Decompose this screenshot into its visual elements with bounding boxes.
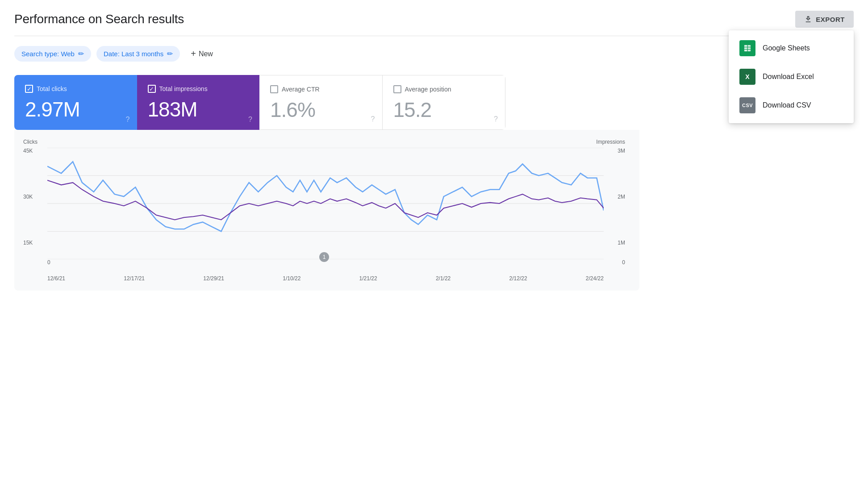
x-label-6: 2/1/22 — [436, 275, 451, 282]
y-label-right-3m: 3M — [618, 148, 625, 154]
y-label-left-30k: 30K — [23, 194, 33, 200]
zero-label-left: 0 — [47, 259, 50, 266]
y-label-left-45k: 45K — [23, 148, 33, 154]
y-label-right-1m: 1M — [618, 240, 625, 246]
date-label: Date: Last 3 months — [104, 50, 163, 58]
search-type-filter[interactable]: Search type: Web ✏ — [14, 46, 91, 62]
y-label-right-2m: 2M — [618, 194, 625, 200]
main-container: Performance on Search results EXPORT Sea… — [0, 0, 868, 490]
help-icon-position[interactable]: ? — [494, 115, 498, 123]
export-button[interactable]: EXPORT — [795, 11, 854, 28]
dropdown-item-download-excel[interactable]: X Download Excel — [729, 62, 854, 91]
x-label-7: 2/12/22 — [509, 275, 527, 282]
clicks-line — [47, 162, 604, 231]
page-title: Performance on Search results — [14, 12, 184, 26]
x-label-8: 2/24/22 — [586, 275, 604, 282]
x-labels: 12/6/21 12/17/21 12/29/21 1/10/22 1/21/2… — [47, 275, 604, 282]
metric-name-impressions: Total impressions — [159, 85, 208, 92]
help-icon-impressions[interactable]: ? — [248, 116, 252, 124]
checkmark-clicks: ✓ — [27, 86, 32, 92]
google-sheets-label: Google Sheets — [763, 44, 810, 52]
metric-name-clicks: Total clicks — [37, 85, 67, 92]
metric-value-ctr: 1.6% — [270, 99, 371, 121]
metric-name-position: Average position — [405, 86, 451, 93]
right-axis-title: Impressions — [596, 139, 625, 145]
metric-average-position[interactable]: Average position 15.2 ? — [383, 75, 506, 130]
new-label: New — [199, 50, 213, 58]
metric-checkbox-position[interactable] — [393, 85, 401, 93]
metric-label-row-ctr: Average CTR — [270, 85, 371, 93]
metric-total-clicks[interactable]: ✓ Total clicks 2.97M ? — [14, 75, 137, 130]
dropdown-item-download-csv[interactable]: CSV Download CSV — [729, 91, 854, 120]
chart-container: Clicks 45K 30K 15K Impressions 3M 2M 1M — [14, 130, 639, 291]
metric-label-row-clicks: ✓ Total clicks — [25, 85, 126, 93]
metric-average-ctr[interactable]: Average CTR 1.6% ? — [259, 75, 383, 130]
left-axis-title: Clicks — [23, 139, 38, 145]
new-button[interactable]: + New — [185, 45, 218, 62]
metric-checkbox-ctr[interactable] — [270, 85, 278, 93]
download-icon — [804, 15, 812, 23]
metric-value-clicks: 2.97M — [25, 98, 126, 121]
date-filter[interactable]: Date: Last 3 months ✏ — [96, 46, 180, 62]
plus-icon: + — [191, 49, 196, 59]
help-icon-ctr[interactable]: ? — [371, 115, 375, 123]
x-label-3: 12/29/21 — [203, 275, 224, 282]
left-axis: Clicks 45K 30K 15K — [23, 139, 46, 246]
help-icon-clicks[interactable]: ? — [126, 116, 130, 124]
chart-svg-container — [47, 148, 604, 259]
edit-icon: ✏ — [78, 50, 84, 58]
metric-label-row-impressions: ✓ Total impressions — [148, 85, 249, 93]
search-type-label: Search type: Web — [21, 50, 75, 58]
x-label-1: 12/6/21 — [47, 275, 65, 282]
y-label-left-15k: 15K — [23, 240, 33, 246]
x-label-5: 1/21/22 — [359, 275, 377, 282]
sheets-svg — [743, 44, 752, 53]
download-excel-label: Download Excel — [763, 73, 814, 81]
chart-wrapper: Clicks 45K 30K 15K Impressions 3M 2M 1M — [23, 139, 625, 282]
chart-svg — [47, 148, 604, 259]
csv-icon: CSV — [739, 97, 755, 113]
right-axis: Impressions 3M 2M 1M — [605, 139, 625, 246]
download-csv-label: Download CSV — [763, 101, 811, 109]
chart-badge: 1 — [319, 252, 329, 262]
metric-checkbox-impressions[interactable]: ✓ — [148, 85, 156, 93]
metric-name-ctr: Average CTR — [282, 86, 320, 93]
google-sheets-icon — [739, 40, 755, 56]
filter-row: Search type: Web ✏ Date: Last 3 months ✏… — [14, 45, 854, 62]
header-divider — [14, 36, 854, 36]
zero-label-right: 0 — [622, 259, 625, 266]
metric-checkbox-clicks[interactable]: ✓ — [25, 85, 33, 93]
dropdown-item-google-sheets[interactable]: Google Sheets — [729, 34, 854, 62]
metric-total-impressions[interactable]: ✓ Total impressions 183M ? — [137, 75, 260, 130]
excel-icon: X — [739, 69, 755, 85]
header-row: Performance on Search results EXPORT — [14, 11, 854, 28]
metric-value-position: 15.2 — [393, 99, 495, 121]
metric-label-row-position: Average position — [393, 85, 495, 93]
edit-icon-date: ✏ — [167, 50, 173, 58]
x-label-2: 12/17/21 — [124, 275, 145, 282]
export-dropdown: Google Sheets X Download Excel CSV Downl… — [729, 30, 854, 123]
impressions-line — [47, 180, 604, 220]
checkmark-impressions: ✓ — [149, 86, 154, 92]
metrics-row: ✓ Total clicks 2.97M ? ✓ Total impressio… — [14, 75, 505, 130]
x-label-4: 1/10/22 — [283, 275, 300, 282]
export-label: EXPORT — [816, 16, 845, 23]
metric-value-impressions: 183M — [148, 98, 249, 121]
